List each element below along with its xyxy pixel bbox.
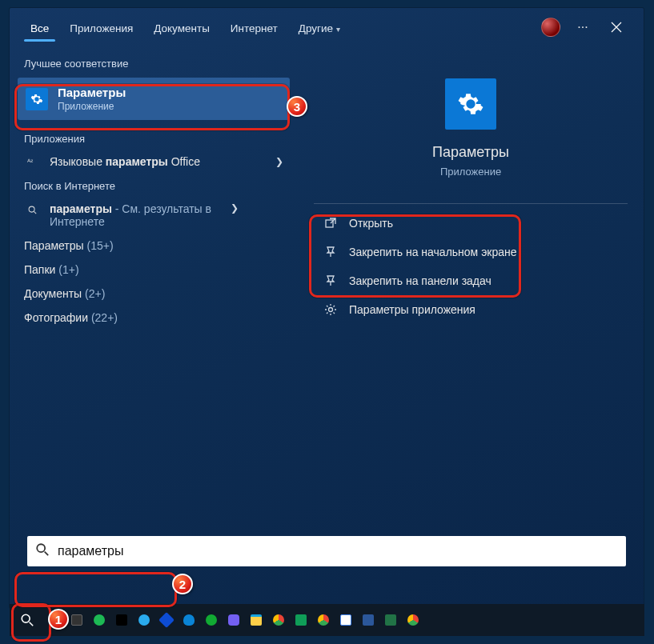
pin-icon [320,274,341,287]
web-result-query: параметры [50,202,112,215]
language-icon: ᴬᶻ [24,156,42,167]
annotation-badge-2: 2 [172,574,193,594]
search-icon [24,205,42,216]
taskbar-app-telegram[interactable] [133,604,155,636]
category-folders-label: Папки [24,263,55,276]
search-tabs-bar: Все Приложения Документы Интернет Другие… [10,8,644,46]
category-folders[interactable]: Папки (1+) [10,258,298,282]
category-settings-count: (15+) [87,239,114,252]
action-open[interactable]: Открыть [314,209,628,238]
taskbar-app-word[interactable] [357,604,379,636]
options-button[interactable]: ··· [567,11,599,43]
chevron-right-icon: ❯ [275,156,283,167]
chevron-down-icon: ▾ [336,25,340,34]
close-button[interactable] [600,11,632,43]
search-input[interactable] [56,543,618,559]
chevron-right-icon: ❯ [231,202,239,214]
category-settings-label: Параметры [24,239,84,252]
action-pin-taskbar[interactable]: Закрепить на панели задач [314,266,628,295]
taskbar-app-todo[interactable] [155,604,178,636]
search-box[interactable] [27,536,626,566]
taskbar-app-explorer[interactable] [245,604,267,636]
tab-documents[interactable]: Документы [144,11,219,43]
category-photos-count: (22+) [91,311,118,324]
app-result-bold: параметры [106,155,168,168]
category-documents[interactable]: Документы (2+) [10,282,298,306]
svg-point-1 [29,206,34,212]
taskbar [10,604,644,636]
section-web: Поиск в Интернете [10,174,298,197]
annotation-badge-1: 1 [48,609,69,630]
taskbar-app-calculator[interactable] [66,604,88,636]
taskbar-app-excel[interactable] [379,604,402,636]
taskbar-app-generic[interactable] [200,604,223,636]
divider [314,203,628,204]
svg-point-5 [22,614,30,622]
gear-icon [320,303,341,316]
taskbar-app-chrome[interactable] [267,604,290,636]
details-pane: Параметры Приложение Открыть Закрепить н… [298,46,644,608]
action-open-label: Открыть [349,217,393,230]
taskbar-app-chrome3[interactable] [402,604,424,636]
web-result[interactable]: параметры - См. результаты в Интернете ❯ [10,197,298,234]
svg-point-3 [329,308,333,312]
action-pin-start-label: Закрепить на начальном экране [349,246,517,258]
svg-rect-2 [326,220,333,227]
svg-text:ᴬᶻ: ᴬᶻ [27,158,34,166]
details-title: Параметры [432,144,509,161]
taskbar-app-netflix[interactable] [110,604,133,636]
best-match-title: Параметры [58,86,126,99]
category-photos-label: Фотографии [24,311,88,324]
action-pin-taskbar-label: Закрепить на панели задач [349,274,492,287]
app-result-suffix: Office [168,155,200,168]
category-photos[interactable]: Фотографии (22+) [10,306,298,330]
search-icon [35,542,50,560]
taskbar-app-calendar[interactable] [335,604,357,636]
taskbar-app-onedrive[interactable] [178,604,200,636]
annotation-badge-3: 3 [287,96,307,117]
category-settings[interactable]: Параметры (15+) [10,234,298,258]
details-subtitle: Приложение [440,166,501,178]
section-apps: Приложения [10,126,298,150]
pin-icon [320,246,341,258]
tab-apps[interactable]: Приложения [60,11,142,43]
category-folders-count: (1+) [58,263,78,276]
best-match-subtitle: Приложение [58,101,126,112]
gear-icon [26,88,48,110]
best-match-result[interactable]: Параметры Приложение [18,78,290,120]
taskbar-app-sheets[interactable] [290,604,312,636]
tab-internet[interactable]: Интернет [221,11,287,43]
action-app-settings-label: Параметры приложения [349,303,475,316]
web-result-dash: - [112,202,122,215]
action-pin-start[interactable]: Закрепить на начальном экране [314,238,628,266]
action-app-settings[interactable]: Параметры приложения [314,295,628,324]
open-icon [320,217,341,230]
taskbar-app-viber[interactable] [223,604,245,636]
app-result-prefix: Языковые [50,155,106,168]
user-avatar[interactable] [541,18,560,37]
search-panel: Все Приложения Документы Интернет Другие… [10,8,644,608]
category-documents-count: (2+) [85,287,105,300]
tab-all[interactable]: Все [21,11,58,43]
section-best-match: Лучшее соответствие [10,51,298,74]
app-result-language-office[interactable]: ᴬᶻ Языковые параметры Office ❯ [10,150,298,174]
gear-icon [445,78,496,130]
results-column: Лучшее соответствие Параметры Приложение… [10,46,298,608]
close-icon [611,22,622,33]
taskbar-app-chrome2[interactable] [312,604,335,636]
tab-more-label: Другие [299,22,333,34]
taskbar-app-spotify[interactable] [88,604,110,636]
taskbar-search-button[interactable] [11,604,43,636]
tab-more[interactable]: Другие▾ [289,11,350,43]
svg-point-4 [37,544,45,552]
category-documents-label: Документы [24,287,82,300]
